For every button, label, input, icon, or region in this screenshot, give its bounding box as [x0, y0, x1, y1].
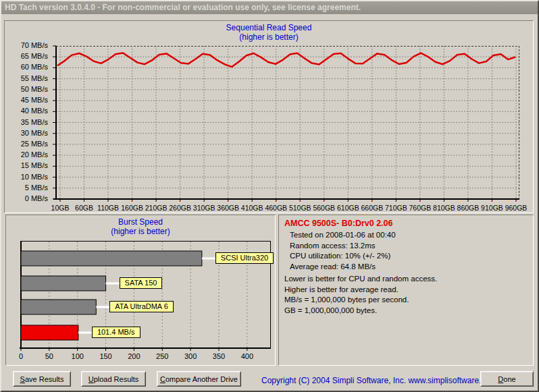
y-axis-label: 25 MB/s	[6, 140, 48, 148]
burst-bar-label: SCSI Ultra320	[215, 252, 274, 264]
x-axis-label: 510GB	[287, 204, 313, 212]
x-axis-label: 100	[68, 352, 88, 360]
burst-bar	[21, 325, 78, 340]
x-axis-label: 160GB	[120, 204, 145, 212]
y-axis-label: 40 MB/s	[6, 107, 48, 115]
x-axis-label: 50	[39, 352, 59, 360]
x-axis-label: 360GB	[215, 204, 241, 212]
drive-name-heading: AMCC 9500S- B0:Drv0 2.06	[284, 219, 393, 228]
burst-chart-title: Burst Speed	[6, 217, 275, 227]
x-axis-label: 150	[96, 352, 116, 360]
y-axis-label: 20 MB/s	[6, 150, 48, 159]
x-axis-label: 10GB	[47, 204, 73, 212]
y-axis-label: 0 MB/s	[6, 194, 48, 202]
x-axis-label: 760GB	[407, 204, 433, 212]
x-axis-label: 560GB	[311, 204, 337, 212]
drive-stat-line: Average read: 64.8 MB/s	[290, 262, 396, 273]
drive-note-line: Lower is better for CPU and random acces…	[284, 274, 437, 285]
drive-note-line: Higher is better for average read.	[284, 285, 437, 296]
x-axis-label: 300	[180, 352, 201, 360]
x-axis-label: 960GB	[503, 204, 529, 212]
drive-stat-line: CPU utilization: 10% (+/- 2%)	[290, 251, 396, 262]
y-axis-label: 5 MB/s	[6, 184, 48, 192]
burst-chart-subtitle: (higher is better)	[6, 227, 275, 236]
burst-speed-panel: Burst Speed (higher is better) SCSI Ultr…	[5, 215, 276, 366]
window-title: HD Tach version 3.0.4.0 - For non-commer…	[5, 3, 361, 12]
y-axis-label: 35 MB/s	[6, 118, 48, 126]
read-chart-plot	[52, 46, 519, 203]
read-speed-line	[57, 53, 515, 67]
burst-bar	[21, 300, 96, 314]
read-chart-subtitle: (higher is better)	[5, 32, 533, 42]
y-axis-label: 65 MB/s	[6, 52, 48, 60]
sequential-read-panel: Sequential Read Speed (higher is better)…	[4, 20, 534, 213]
burst-bar-label: ATA UltraDMA 6	[109, 301, 173, 312]
y-axis-label: 30 MB/s	[6, 129, 48, 137]
x-axis-label: 860GB	[455, 204, 481, 212]
x-axis-label: 0	[11, 352, 31, 360]
x-axis-label: 610GB	[335, 204, 361, 212]
save-results-button[interactable]: Save Results	[13, 371, 71, 387]
x-axis-label: 460GB	[263, 204, 289, 212]
x-axis-label: 710GB	[383, 204, 409, 212]
x-axis-label: 400	[237, 352, 257, 360]
x-axis-label: 200	[124, 352, 144, 360]
y-axis-label: 55 MB/s	[6, 74, 48, 82]
done-button[interactable]: Done	[480, 371, 534, 387]
burst-bar	[21, 251, 202, 266]
read-chart-title: Sequential Read Speed	[5, 23, 533, 32]
x-axis-label: 410GB	[239, 204, 265, 212]
burst-bar-label: 101.4 MB/s	[92, 327, 140, 338]
y-axis-label: 10 MB/s	[6, 173, 48, 181]
y-axis-label: 15 MB/s	[6, 161, 48, 169]
drive-note-line: MB/s = 1,000,000 bytes per second.	[284, 295, 437, 306]
x-axis-label: 210GB	[143, 204, 169, 212]
drive-info-panel: AMCC 9500S- B0:Drv0 2.06 Tested on 2008-…	[278, 215, 534, 366]
x-axis-label: 310GB	[191, 204, 217, 212]
copyright-text: Copyright (C) 2004 Simpli Software, Inc.…	[261, 376, 496, 385]
x-axis-label: 350	[209, 352, 229, 360]
x-axis-label: 60GB	[72, 204, 97, 212]
x-axis-label: 110GB	[95, 204, 121, 212]
x-axis-label: 660GB	[359, 204, 385, 212]
hd-tach-window: HD Tach version 3.0.4.0 - For non-commer…	[0, 0, 539, 392]
drive-stats: Tested on 2008-01-06 at 00:40Random acce…	[290, 230, 396, 272]
burst-bar-label: SATA 150	[120, 277, 163, 289]
y-axis-label: 50 MB/s	[6, 85, 48, 93]
drive-notes: Lower is better for CPU and random acces…	[284, 274, 437, 316]
x-axis-label: 810GB	[431, 204, 457, 212]
y-axis-label: 70 MB/s	[6, 41, 48, 49]
drive-stat-line: Random access: 13.2ms	[290, 241, 396, 252]
drive-note-line: GB = 1,000,000,000 bytes.	[284, 306, 437, 316]
compare-another-drive-button[interactable]: Compare Another Drive	[157, 371, 241, 387]
x-axis-label: 260GB	[168, 204, 193, 212]
y-axis-label: 45 MB/s	[6, 96, 48, 104]
x-axis-label: 250	[152, 352, 172, 360]
title-bar[interactable]: HD Tach version 3.0.4.0 - For non-commer…	[1, 1, 538, 14]
y-axis-label: 60 MB/s	[6, 63, 48, 71]
burst-bar	[21, 276, 106, 291]
upload-results-button[interactable]: Upload Results	[81, 371, 146, 387]
drive-stat-line: Tested on 2008-01-06 at 00:40	[290, 230, 396, 241]
x-axis-label: 910GB	[479, 204, 505, 212]
